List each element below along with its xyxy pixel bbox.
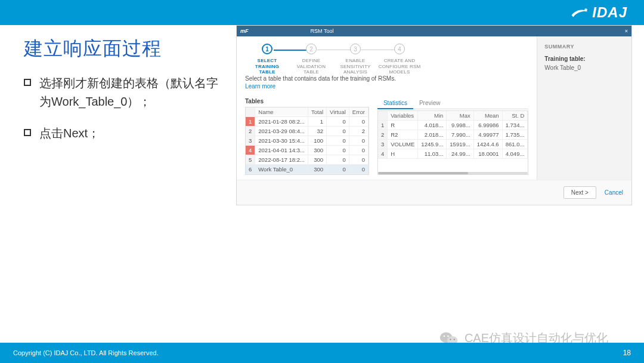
tables-grid[interactable]: NameTotalVirtualError12021-01-28 08:2...… — [245, 107, 369, 175]
slide-title: 建立响应面过程 — [24, 36, 222, 62]
summary-pane: SUMMARY Training table: Work Table_0 — [537, 36, 631, 180]
step-label: SELECTTRAININGTABLE — [255, 58, 279, 75]
bullet-2: 点击Next； — [24, 124, 222, 143]
logo-swoosh-icon — [571, 7, 589, 19]
copyright-text: Copyright (C) IDAJ Co., LTD. All Rights … — [13, 349, 159, 356]
svg-point-4 — [447, 335, 449, 337]
step-circle: 3 — [350, 44, 361, 54]
bullet-square-icon — [24, 129, 31, 136]
stats-panel: Statistics Preview VariablesMinMaxMeanSt… — [377, 98, 528, 175]
slide-header: IDAJ — [0, 0, 644, 25]
step-circle: 1 — [262, 44, 273, 54]
summary-header: SUMMARY — [544, 44, 624, 50]
close-icon[interactable]: × — [625, 28, 628, 34]
table-row[interactable]: 3VOLUME1245.9...15919...1424.4.6861.0... — [378, 139, 528, 149]
learn-more-link[interactable]: Learn more — [245, 83, 528, 90]
table-row[interactable]: 6Work Table_030000 — [246, 164, 368, 174]
bullet-2-text: 点击Next； — [39, 124, 100, 143]
table-row[interactable]: 22021-03-29 08:4...3202 — [246, 126, 368, 136]
svg-point-3 — [444, 335, 445, 337]
wizard-stepper: 1SELECTTRAININGTABLE2DEFINEVALIDATIONTAB… — [245, 44, 528, 75]
step-label: DEFINEVALIDATIONTABLE — [297, 58, 326, 75]
stats-grid[interactable]: VariablesMinMaxMeanSt. D1R4.018...9.998.… — [377, 110, 528, 175]
tab-statistics[interactable]: Statistics — [377, 98, 413, 109]
svg-point-5 — [450, 339, 451, 340]
app-badge: mF — [240, 28, 249, 34]
tab-preview[interactable]: Preview — [413, 98, 447, 109]
bullet-1-text: 选择刚才新创建的表格（默认名字为Work_Table_0）； — [39, 74, 222, 111]
step-circle: 2 — [306, 44, 317, 54]
wizard-step-4[interactable]: 4CREATE ANDCONFIGURE RSMMODELS — [377, 44, 422, 75]
slide-footer: Copyright (C) IDAJ Co., LTD. All Rights … — [0, 343, 644, 363]
step-circle: 4 — [394, 44, 405, 54]
table-row[interactable]: 1R4.018...9.998...6.999861.734... — [378, 120, 528, 130]
svg-point-6 — [454, 339, 455, 340]
summary-training-value: Work Table_0 — [544, 64, 624, 71]
brand-logo: IDAJ — [571, 4, 627, 21]
stats-tabs: Statistics Preview — [377, 98, 528, 109]
cancel-button[interactable]: Cancel — [605, 189, 623, 196]
svg-point-0 — [585, 8, 588, 11]
svg-point-1 — [440, 332, 453, 343]
bullet-1: 选择刚才新创建的表格（默认名字为Work_Table_0）； — [24, 74, 222, 111]
summary-training-label: Training table: — [544, 56, 624, 62]
table-row[interactable]: 32021-03-30 15:4...10000 — [246, 136, 368, 145]
rsm-tool-window: mF RSM Tool × 1SELECTTRAININGTABLE2DEFIN… — [236, 25, 632, 205]
wizard-step-1[interactable]: 1SELECTTRAININGTABLE — [245, 44, 289, 75]
instruction-text: Select a table that contains data for th… — [245, 75, 528, 82]
wizard-step-2[interactable]: 2DEFINEVALIDATIONTABLE — [289, 44, 333, 75]
wizard-footer: Next > Cancel — [237, 180, 631, 205]
wizard-step-3[interactable]: 3ENABLESENSITIVITYANALYSIS — [333, 44, 377, 75]
horizontal-scrollbar[interactable] — [378, 172, 528, 174]
slide-text-pane: 建立响应面过程 选择刚才新创建的表格（默认名字为Work_Table_0）； 点… — [0, 25, 236, 331]
window-title: RSM Tool — [311, 28, 334, 34]
step-label: ENABLESENSITIVITYANALYSIS — [340, 58, 370, 75]
next-button[interactable]: Next > — [564, 186, 596, 199]
tables-panel: Tables NameTotalVirtualError12021-01-28 … — [245, 98, 369, 175]
table-row[interactable]: 12021-01-28 08:2...100 — [246, 116, 368, 126]
page-number: 18 — [623, 349, 631, 357]
table-row[interactable]: 42021-04-01 14:3...30000 — [246, 145, 368, 155]
table-row[interactable]: 4H11.03...24.99...18.00014.049... — [378, 149, 528, 158]
table-row[interactable]: 2R22.018...7.990...4.999771.735... — [378, 130, 528, 139]
brand-text: IDAJ — [592, 4, 627, 21]
table-row[interactable]: 52022-08-17 18:2...30000 — [246, 155, 368, 164]
tables-label: Tables — [245, 98, 369, 104]
window-titlebar[interactable]: mF RSM Tool × — [237, 26, 631, 36]
bullet-square-icon — [24, 79, 31, 86]
step-label: CREATE ANDCONFIGURE RSMMODELS — [379, 58, 421, 75]
